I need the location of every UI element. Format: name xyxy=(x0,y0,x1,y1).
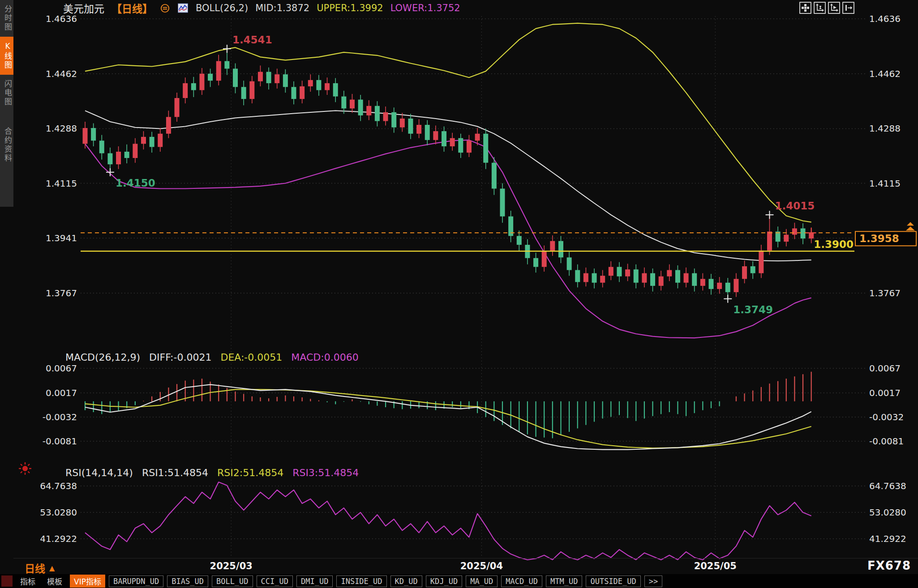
candle xyxy=(358,100,363,115)
candle xyxy=(292,87,296,99)
y-axis-label-right: 1.4462 xyxy=(869,68,901,79)
y-axis-scale-icon[interactable] xyxy=(814,2,826,14)
candle xyxy=(325,83,330,90)
candle xyxy=(642,273,647,283)
candle xyxy=(341,97,346,109)
tab-mtm-ud[interactable]: MTM_UD xyxy=(546,575,582,587)
candle xyxy=(492,163,497,189)
y-axis-label-right: 41.2922 xyxy=(869,533,906,544)
candle xyxy=(266,72,271,83)
y-axis-label-right: 1.3767 xyxy=(869,288,901,298)
sidebar-item-time-chart[interactable]: 分时图 xyxy=(0,0,13,37)
rsi-name: RSI(14,14,14) xyxy=(65,467,133,478)
candle xyxy=(567,257,572,270)
price-up-arrow-icon xyxy=(907,222,914,226)
y-axis-label-right: 1.4288 xyxy=(869,123,901,134)
candle xyxy=(583,273,588,282)
candle xyxy=(400,119,405,128)
y-axis-label-left: 1.4462 xyxy=(46,68,77,79)
candle xyxy=(667,270,672,277)
sidebar-item-kline-chart[interactable]: K线图 xyxy=(0,37,13,75)
tab-barupdn-ud[interactable]: BARUPDN_UD xyxy=(109,575,163,587)
chart-canvas[interactable]: 1.46361.46361.44621.44621.42881.42881.41… xyxy=(0,0,918,588)
triangle-up-icon: ▲ xyxy=(49,564,55,572)
candle xyxy=(107,153,112,165)
candle xyxy=(249,81,254,99)
mini-chart-icon[interactable] xyxy=(177,3,189,13)
candle xyxy=(158,134,163,147)
candle xyxy=(458,138,463,153)
candle xyxy=(792,228,797,234)
tab-kd-ud[interactable]: KD_UD xyxy=(390,575,422,587)
candle xyxy=(550,241,555,251)
price-annotation: 1.4150 xyxy=(116,177,155,189)
candle xyxy=(83,128,88,144)
candle xyxy=(208,74,213,81)
candle xyxy=(609,267,613,276)
candle xyxy=(258,72,263,81)
price-up-arrow-icon xyxy=(906,226,915,230)
candle xyxy=(592,273,597,283)
candle xyxy=(600,276,605,283)
candle xyxy=(659,277,664,286)
candle xyxy=(183,83,188,98)
tab-kdj-ud[interactable]: KDJ_UD xyxy=(426,575,462,587)
candle xyxy=(300,86,305,99)
period-selector-button[interactable]: 日线 ▲ xyxy=(25,560,55,575)
y-axis-label-right: -0.0081 xyxy=(869,436,904,447)
candle xyxy=(634,269,639,283)
tab-cci-ud[interactable]: CCI_UD xyxy=(257,575,293,587)
x-axis-scale-icon[interactable] xyxy=(828,2,840,14)
tab-ma-ud[interactable]: MA_UD xyxy=(466,575,498,587)
y-axis-label-right: -0.0032 xyxy=(869,412,904,422)
tab-outside-ud[interactable]: OUTSIDE_UD xyxy=(586,575,640,587)
candle xyxy=(241,87,246,99)
price-annotation: 1.4015 xyxy=(775,200,815,212)
tab-boll-ud[interactable]: BOLL_UD xyxy=(212,575,253,587)
candle xyxy=(442,131,446,146)
symbol-title: 美元加元 xyxy=(63,0,104,16)
candle xyxy=(558,241,563,258)
candle xyxy=(700,279,705,286)
price-annotation: 1.4541 xyxy=(232,34,272,46)
candle xyxy=(483,134,488,163)
candle xyxy=(684,273,689,283)
sidebar-item-lightning-chart[interactable]: 闪电图 xyxy=(0,75,13,111)
shift-right-icon[interactable] xyxy=(842,2,854,14)
macd-pane xyxy=(85,372,811,450)
pan-icon[interactable] xyxy=(799,2,811,14)
price-annotation: 1.3749 xyxy=(733,304,773,315)
candle xyxy=(500,189,505,217)
tab-macd-ud[interactable]: MACD_UD xyxy=(501,575,542,587)
candle xyxy=(275,74,279,83)
indicator-menu-icon[interactable] xyxy=(160,3,170,13)
candle xyxy=(784,234,789,242)
tab-template[interactable]: 模板 xyxy=(43,575,66,588)
candle xyxy=(767,231,772,250)
tab-dmi-ud[interactable]: DMI_UD xyxy=(296,575,333,587)
candle xyxy=(233,68,238,87)
bollinger-bands xyxy=(85,23,811,338)
sidebar-item-contract-info[interactable]: 合约资料 xyxy=(0,122,13,168)
watermark: FX678 xyxy=(867,559,911,572)
tabbar-corner-marker xyxy=(1,575,13,587)
candle xyxy=(425,125,430,140)
candle xyxy=(617,267,622,276)
tab-inside-ud[interactable]: INSIDE_UD xyxy=(336,575,386,587)
candle xyxy=(216,61,221,81)
tab-indicator[interactable]: 指标 xyxy=(16,575,39,588)
candle xyxy=(333,83,338,97)
y-axis-label-left: -0.0081 xyxy=(43,436,77,447)
tab-bias-ud[interactable]: BIAS_UD xyxy=(167,575,208,587)
tab-vip-indicator[interactable]: VIP指标 xyxy=(70,575,105,588)
rsi3-value: RSI3:51.4854 xyxy=(292,467,359,478)
candle xyxy=(141,137,146,144)
tab-more[interactable]: >> xyxy=(644,575,662,587)
macd-name: MACD(26,12,9) xyxy=(65,352,140,363)
boll-lower-line xyxy=(85,140,811,338)
candle xyxy=(308,80,313,86)
candle xyxy=(283,74,288,87)
y-axis-label-left: -0.0032 xyxy=(43,412,77,422)
y-axis-label-right: 0.0017 xyxy=(869,388,901,398)
candle xyxy=(734,279,738,292)
